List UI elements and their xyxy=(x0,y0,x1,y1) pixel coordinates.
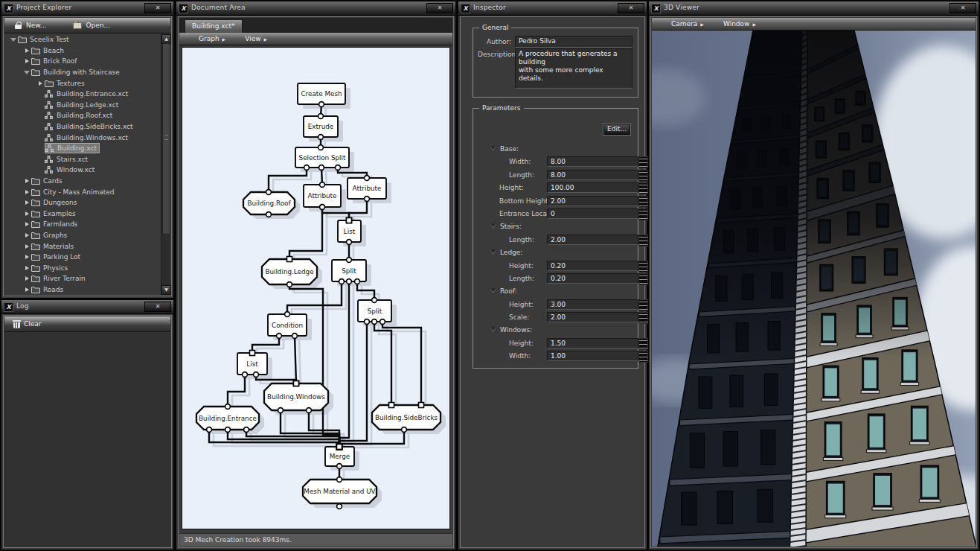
tree-item[interactable]: Graphs xyxy=(4,230,161,241)
expand-icon[interactable] xyxy=(22,255,31,259)
graph-node-list_2[interactable]: List xyxy=(237,353,267,375)
parameter-value-input[interactable]: 0 xyxy=(547,208,638,219)
node-port-square[interactable] xyxy=(250,351,255,356)
node-port-square[interactable] xyxy=(419,403,424,408)
tree-item[interactable]: Dungeons xyxy=(4,197,161,208)
tree-item-content[interactable]: Sceelix Test xyxy=(18,36,71,43)
tab-building-xct[interactable]: Building.xct* xyxy=(185,19,243,33)
graph-edge[interactable] xyxy=(281,410,339,447)
tree-item-content[interactable]: River Terrain xyxy=(31,275,88,282)
tree-scrollbar[interactable]: ▲ ▼ xyxy=(161,34,170,295)
tree-item-content[interactable]: Textures xyxy=(45,80,87,87)
scroll-down-icon[interactable]: ▼ xyxy=(161,285,171,295)
expand-icon[interactable] xyxy=(22,276,31,281)
graph-node-list_1[interactable]: List xyxy=(338,220,361,242)
tree-item-content[interactable]: Physics xyxy=(31,264,70,272)
stepper-icon[interactable] xyxy=(638,235,648,246)
expand-icon[interactable] xyxy=(22,222,31,226)
parameter-value-input[interactable]: 2.00 xyxy=(547,235,638,245)
node-port[interactable] xyxy=(307,408,312,413)
node-port[interactable] xyxy=(347,279,352,284)
node-port[interactable] xyxy=(319,165,324,171)
stepper-icon[interactable] xyxy=(638,299,648,311)
graph-node-condition[interactable]: Condition xyxy=(268,314,307,336)
graph-node-split_1[interactable]: Split xyxy=(332,260,366,281)
node-port-square[interactable] xyxy=(389,403,394,408)
expand-icon[interactable] xyxy=(22,200,31,205)
node-port[interactable] xyxy=(243,372,248,378)
tree-item[interactable]: Brick Roof xyxy=(4,56,161,67)
node-port[interactable] xyxy=(318,145,324,150)
tree-item[interactable]: Physics xyxy=(4,262,161,273)
node-port[interactable] xyxy=(225,427,231,433)
open-button[interactable]: Open... xyxy=(70,19,113,31)
node-port[interactable] xyxy=(372,319,377,325)
tree-item[interactable]: Building.Roof.xct xyxy=(4,110,161,121)
tree-item-content[interactable]: Examples xyxy=(31,210,78,217)
node-port[interactable] xyxy=(244,427,249,433)
graph-edge[interactable] xyxy=(339,281,349,447)
tree-item-content[interactable]: Building.xct xyxy=(45,143,100,153)
stepper-icon[interactable] xyxy=(638,273,648,285)
parameter-value-input[interactable]: 0.20 xyxy=(547,273,638,284)
parameter-value-input[interactable]: 8.00 xyxy=(547,170,638,180)
expand-icon[interactable] xyxy=(22,48,31,53)
tree-item[interactable]: Beach xyxy=(4,45,161,57)
graph-canvas[interactable]: Create MeshExtrudeSelection SplitAttribu… xyxy=(182,47,450,529)
stepper-icon[interactable] xyxy=(638,261,648,273)
tree-item-content[interactable]: Building.SideBricks.xct xyxy=(45,123,135,130)
node-port[interactable] xyxy=(319,102,324,107)
group-collapse-icon[interactable]: ▼ xyxy=(491,145,495,151)
tree-item-content[interactable]: Cards xyxy=(31,177,65,185)
node-port[interactable] xyxy=(266,190,272,195)
node-port[interactable] xyxy=(365,319,370,325)
parameter-value-input[interactable]: 1.50 xyxy=(547,338,638,348)
node-port-square[interactable] xyxy=(287,257,292,262)
graph-node-building_ledge[interactable]: Building.Ledge xyxy=(262,259,317,284)
tree-item-content[interactable]: Farmlands xyxy=(31,220,80,228)
node-port-square[interactable] xyxy=(294,381,299,386)
node-port[interactable] xyxy=(347,258,352,263)
tree-item-content[interactable]: Building.Roof.xct xyxy=(45,112,115,119)
description-field[interactable]: A procedure that generates a building wi… xyxy=(515,48,632,89)
graph-edge[interactable] xyxy=(295,336,296,383)
expand-icon[interactable] xyxy=(22,59,31,63)
node-port[interactable] xyxy=(320,182,325,188)
tree-item-content[interactable]: Window.xct xyxy=(45,166,97,173)
node-port[interactable] xyxy=(320,205,325,210)
node-port[interactable] xyxy=(285,312,290,317)
expand-icon[interactable] xyxy=(22,211,31,216)
tree-item[interactable]: Building.Windows.xct xyxy=(4,132,161,143)
close-icon[interactable]: ✕ xyxy=(144,3,171,13)
node-port[interactable] xyxy=(254,372,259,378)
node-port[interactable] xyxy=(365,176,370,181)
group-collapse-icon[interactable]: ▼ xyxy=(491,223,495,229)
expand-icon[interactable] xyxy=(22,179,31,183)
node-port[interactable] xyxy=(402,427,407,433)
tree-item-content[interactable]: Dungeons xyxy=(31,199,80,206)
tree-scrollbar-thumb[interactable] xyxy=(162,43,170,235)
tree-item[interactable]: River Terrain xyxy=(4,273,161,284)
close-icon[interactable]: ✕ xyxy=(426,3,453,13)
collapse-icon[interactable] xyxy=(9,38,18,42)
parameter-value-input[interactable]: 3.00 xyxy=(547,299,638,310)
tree-item-content[interactable]: Building.Windows.xct xyxy=(45,134,130,141)
node-port[interactable] xyxy=(347,240,352,245)
parameter-value-input[interactable]: 8.00 xyxy=(547,156,638,167)
node-port[interactable] xyxy=(304,165,310,171)
tree-item[interactable]: Building with Staircase xyxy=(4,67,161,78)
node-port-square[interactable] xyxy=(337,445,342,450)
graph-node-building_entrance[interactable]: Building.Entrance xyxy=(196,407,259,430)
node-port[interactable] xyxy=(287,282,292,287)
tree-item[interactable]: Window.xct xyxy=(4,165,161,176)
edit-parameters-button[interactable]: Edit... xyxy=(603,124,630,135)
tree-item[interactable]: Parking Lot xyxy=(4,252,161,263)
parameter-value-input[interactable]: 0.20 xyxy=(547,261,638,271)
node-port[interactable] xyxy=(365,197,370,202)
expand-icon[interactable] xyxy=(22,266,31,270)
graph-node-mesh_material_uv[interactable]: Mesh Material and UV xyxy=(303,480,377,503)
tree-item[interactable]: Farmlands xyxy=(4,219,161,230)
render-viewport[interactable] xyxy=(652,31,976,547)
node-port-square[interactable] xyxy=(347,218,352,223)
menu-camera[interactable]: Camera ▶ xyxy=(671,20,704,28)
